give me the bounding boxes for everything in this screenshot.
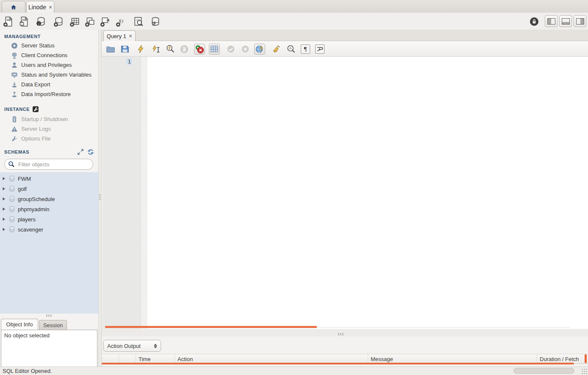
- warning-icon: [11, 126, 18, 132]
- query-tab-label: Query 1: [107, 33, 126, 39]
- find-button[interactable]: [286, 44, 297, 55]
- open-file-button[interactable]: [105, 44, 116, 55]
- wrench-badge-icon: [32, 106, 39, 113]
- tab-object-info[interactable]: Object Info: [1, 319, 38, 330]
- close-icon[interactable]: ×: [49, 4, 52, 10]
- create-procedure-button[interactable]: [100, 16, 111, 28]
- close-icon[interactable]: ×: [129, 33, 132, 39]
- instance-section-header: INSTANCE: [0, 99, 98, 114]
- new-sql-tab-button[interactable]: [3, 16, 14, 28]
- chevron-right-icon[interactable]: [2, 187, 6, 191]
- schema-row-golf[interactable]: golf: [0, 184, 98, 194]
- schema-name: golf: [18, 186, 27, 192]
- chevron-right-icon[interactable]: [2, 227, 6, 232]
- output-splitter-grip[interactable]: [338, 333, 344, 335]
- schema-row-scavenger[interactable]: scavenger: [0, 224, 98, 234]
- create-schema-button[interactable]: [53, 16, 65, 28]
- output-col-message[interactable]: Message: [368, 354, 537, 364]
- schema-filter-box: [4, 159, 93, 170]
- sidebar-item-data-export[interactable]: Data Export: [0, 80, 98, 89]
- sidebar-item-label: Server Logs: [21, 126, 51, 132]
- schema-name: phpmyadmin: [18, 206, 49, 212]
- window-resize-grip[interactable]: [581, 368, 587, 374]
- sidebar-item-server-logs[interactable]: Server Logs: [0, 124, 98, 134]
- col-label: Message: [371, 356, 393, 362]
- sidebar-item-data-import[interactable]: Data Import/Restore: [0, 89, 98, 99]
- limit-rows-button[interactable]: [209, 44, 220, 55]
- query-tab-strip: Query 1 ×: [102, 30, 588, 41]
- sidebar-splitter-handle[interactable]: [46, 314, 53, 317]
- toggle-bottom-panel-button[interactable]: [559, 15, 572, 27]
- search-data-button[interactable]: [133, 16, 144, 28]
- toggle-left-panel-button[interactable]: [545, 15, 557, 27]
- rollback-button[interactable]: [240, 44, 251, 55]
- output-col-time[interactable]: Time: [136, 354, 175, 364]
- expand-icon[interactable]: [77, 149, 84, 155]
- open-sql-script-button[interactable]: [18, 16, 30, 28]
- execute-current-button[interactable]: [150, 44, 161, 55]
- connection-tab-linode[interactable]: Linode ×: [26, 1, 54, 13]
- sidebar-item-client-connections[interactable]: Client Connections: [0, 50, 98, 60]
- output-hscroll-thumb[interactable]: [102, 363, 574, 364]
- home-tab[interactable]: [2, 1, 25, 13]
- sidebar-item-label: Data Import/Restore: [21, 91, 71, 97]
- action-output-panel: Action Output Time Action Message Durati…: [102, 336, 588, 367]
- sidebar-item-label: Server Status: [21, 42, 55, 49]
- splitter-grip[interactable]: [99, 194, 101, 201]
- output-vscroll-thumb[interactable]: [585, 354, 587, 363]
- vertical-splitter[interactable]: [98, 30, 102, 367]
- chevron-right-icon[interactable]: [2, 176, 6, 181]
- lock-icon[interactable]: [528, 16, 540, 28]
- inspect-database-button[interactable]: [35, 16, 47, 28]
- output-col-duration[interactable]: Duration / Fetch: [537, 354, 588, 364]
- editor-hscroll-thumb[interactable]: [105, 326, 317, 328]
- output-col-status[interactable]: [102, 354, 119, 364]
- sidebar-item-startup-shutdown[interactable]: Startup / Shutdown: [0, 114, 98, 124]
- chevron-right-icon[interactable]: [2, 217, 6, 221]
- instance-title: INSTANCE: [4, 107, 30, 112]
- show-invisibles-button[interactable]: ¶: [301, 44, 310, 54]
- create-view-button[interactable]: [84, 16, 96, 28]
- schema-row-players[interactable]: players: [0, 214, 98, 224]
- sidebar-item-label: Users and Privileges: [21, 62, 72, 68]
- output-col-index[interactable]: [119, 354, 136, 364]
- output-selector[interactable]: Action Output: [103, 340, 161, 352]
- connection-tab-label: Linode: [28, 4, 46, 11]
- explain-button[interactable]: [165, 44, 176, 55]
- toggle-autocommit-button[interactable]: [254, 44, 265, 55]
- execute-button[interactable]: [136, 44, 147, 55]
- system-variables-icon: [11, 72, 18, 78]
- schema-row-groupschedule[interactable]: groupSchedule: [0, 194, 98, 204]
- tab-session[interactable]: Session: [39, 320, 67, 330]
- chevron-right-icon[interactable]: [2, 207, 6, 211]
- create-table-button[interactable]: [69, 16, 81, 28]
- create-function-button[interactable]: [115, 16, 127, 28]
- wrap-text-button[interactable]: [315, 44, 325, 54]
- stop-button[interactable]: [179, 44, 190, 55]
- marker-strip: [141, 57, 147, 329]
- output-col-action[interactable]: Action: [175, 354, 368, 364]
- commit-button[interactable]: [225, 44, 236, 55]
- status-scrollbar-thumb[interactable]: [513, 368, 574, 374]
- schema-name: scavenger: [18, 226, 43, 233]
- database-icon: [8, 175, 15, 182]
- schema-row-fwm[interactable]: FWM: [0, 174, 98, 184]
- schema-row-phpmyadmin[interactable]: phpmyadmin: [0, 204, 98, 214]
- sidebar-item-server-status[interactable]: Server Status: [0, 41, 98, 50]
- clean-sql-button[interactable]: [271, 44, 282, 55]
- database-icon: [8, 216, 15, 223]
- col-label: Action: [178, 356, 193, 362]
- schema-filter-input[interactable]: [17, 161, 94, 168]
- tab-query-1[interactable]: Query 1 ×: [103, 30, 136, 41]
- reconnect-database-button[interactable]: [150, 16, 161, 28]
- toggle-right-panel-button[interactable]: [574, 15, 586, 27]
- refresh-icon[interactable]: [87, 149, 94, 155]
- chevron-right-icon[interactable]: [2, 197, 6, 201]
- save-button[interactable]: [119, 44, 130, 55]
- sidebar-item-users-privileges[interactable]: Users and Privileges: [0, 60, 98, 70]
- toggle-stop-on-error-button[interactable]: [194, 44, 205, 55]
- sidebar-item-system-variables[interactable]: Status and System Variables: [0, 70, 98, 80]
- sidebar-item-options-file[interactable]: Options File: [0, 134, 98, 143]
- sql-editor[interactable]: 1: [102, 57, 588, 329]
- sidebar-item-label: Data Export: [21, 81, 50, 88]
